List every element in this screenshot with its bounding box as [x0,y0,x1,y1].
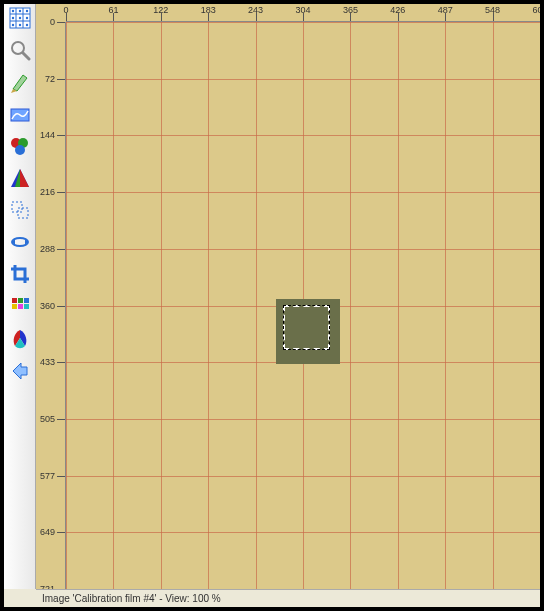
svg-rect-32 [18,304,23,309]
grid-tool[interactable] [7,6,33,32]
svg-rect-30 [24,298,29,303]
ruler-v-label: 72 [45,74,55,84]
zoom-tool[interactable] [7,38,33,64]
ruler-v-label: 505 [40,414,55,424]
profile-tool-icon [9,103,31,127]
zoom-tool-icon [9,39,31,63]
svg-rect-28 [12,298,17,303]
color-tool[interactable] [7,294,33,320]
register-tool[interactable] [7,198,33,224]
color-tool-icon [9,295,31,319]
ruler-h-label: 61 [108,5,118,15]
export-tool[interactable] [7,358,33,384]
flip-tool-icon [9,231,31,255]
svg-point-5 [11,10,13,12]
ruler-v-label: 0 [50,17,55,27]
profile-tool[interactable] [7,102,33,128]
svg-rect-24 [18,208,28,218]
svg-point-8 [11,17,13,19]
ruler-h-label: 426 [390,5,405,15]
ruler-h-label: 0 [63,5,68,15]
ruler-h-label: 365 [343,5,358,15]
ruler-h-label: 487 [438,5,453,15]
svg-point-12 [18,24,20,26]
svg-point-6 [18,10,20,12]
register-tool-icon [9,199,31,223]
canvas-area: 061122183243304365426487548609 072144216… [36,4,540,589]
svg-rect-31 [12,304,17,309]
svg-rect-33 [24,304,29,309]
status-bar: Image 'Calibration film #4' - View: 100 … [36,589,540,607]
histogram-tool[interactable] [7,166,33,192]
pen-tool-icon [9,71,31,95]
ruler-v-label: 577 [40,471,55,481]
svg-rect-23 [12,202,22,212]
svg-rect-29 [18,298,23,303]
ruler-h-label: 548 [485,5,500,15]
ruler-v-label: 649 [40,527,55,537]
svg-point-9 [18,17,20,19]
ruler-v-label: 288 [40,244,55,254]
svg-point-10 [25,17,27,19]
crop-tool-icon [9,263,31,287]
ruler-h-label: 243 [248,5,263,15]
gamut-tool-icon [9,327,31,351]
grid-tool-icon [9,7,31,31]
ruler-v-label: 216 [40,187,55,197]
ruler-h-label: 122 [153,5,168,15]
svg-point-11 [11,24,13,26]
ruler-vertical: 072144216288360433505577649721 [36,22,66,589]
ruler-h-label: 304 [295,5,310,15]
svg-point-13 [25,24,27,26]
svg-point-7 [25,10,27,12]
ruler-h-label: 183 [201,5,216,15]
selection-marquee[interactable] [283,305,330,350]
toolbar [4,4,36,589]
viewport[interactable] [66,22,540,589]
channels-tool-icon [9,135,31,159]
pen-tool[interactable] [7,70,33,96]
svg-marker-21 [20,169,29,187]
ruler-h-label: 609 [532,5,544,15]
ruler-horizontal: 061122183243304365426487548609 [66,4,540,22]
histogram-tool-icon [9,167,31,191]
gamut-tool[interactable] [7,326,33,352]
ruler-v-label: 360 [40,301,55,311]
export-tool-icon [9,359,31,383]
status-text: Image 'Calibration film #4' - View: 100 … [42,593,221,604]
svg-line-15 [23,53,29,59]
flip-tool[interactable] [7,230,33,256]
crop-tool[interactable] [7,262,33,288]
channels-tool[interactable] [7,134,33,160]
ruler-v-label: 144 [40,130,55,140]
svg-point-19 [15,145,25,155]
ruler-v-label: 433 [40,357,55,367]
